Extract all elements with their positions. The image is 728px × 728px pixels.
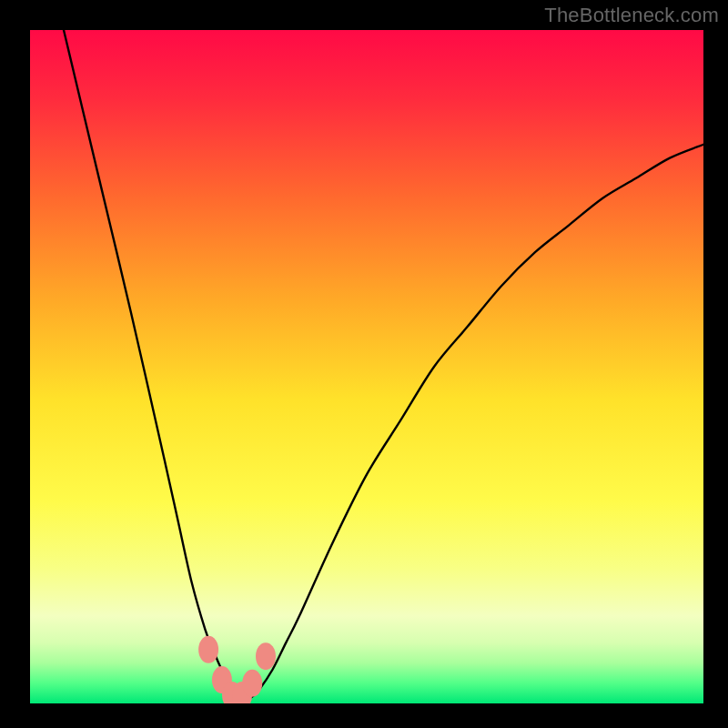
plot-background <box>30 30 703 703</box>
watermark-text: TheBottleneck.com <box>544 4 719 27</box>
chart-frame: TheBottleneck.com <box>0 0 728 728</box>
marker-dot <box>198 636 218 663</box>
marker-dot <box>256 642 276 670</box>
marker-dot <box>242 670 262 697</box>
bottleneck-chart <box>0 0 728 728</box>
